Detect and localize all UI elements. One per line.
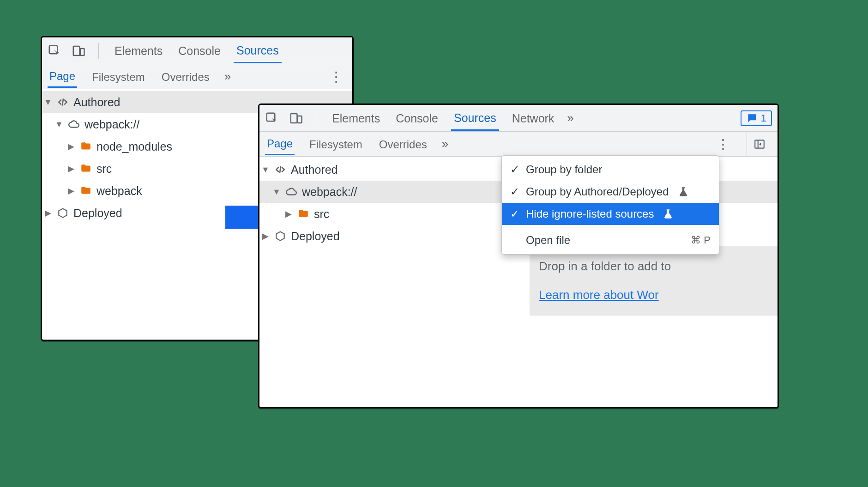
workspace-hint: Drop in a folder to add to Learn more ab… [530,246,779,316]
chevron-down-icon [44,98,52,106]
chevron-right-icon [261,232,270,240]
flask-icon [677,186,689,198]
svg-rect-5 [298,116,302,123]
tab-sources[interactable]: Sources [451,106,499,131]
subtab-overrides[interactable]: Overrides [377,134,429,155]
tree-label: src [314,208,329,220]
folder-icon [80,163,92,175]
subtab-overrides[interactable]: Overrides [160,66,211,87]
cloud-icon [68,118,80,130]
feedback-badge[interactable]: 1 [741,110,772,126]
sources-sub-tabs: Page Filesystem Overrides » ⋮ [42,64,352,89]
folder-icon [80,140,92,152]
tree-label: Deployed [73,207,122,219]
code-brackets-icon [57,96,69,108]
inspect-icon[interactable] [265,111,279,125]
flask-icon [662,208,674,220]
subtab-filesystem[interactable]: Filesystem [90,66,147,87]
subtab-page[interactable]: Page [48,65,77,88]
chevron-right-icon [44,209,52,217]
tree-label: webpack [96,185,142,197]
more-tabs-icon[interactable]: » [224,69,231,84]
menu-separator [502,227,719,227]
feedback-count: 1 [761,112,766,124]
tab-console[interactable]: Console [393,106,441,130]
check-icon: ✓ [510,163,519,176]
code-brackets-icon [274,164,286,176]
svg-rect-4 [291,114,297,123]
devtools-panel-after: Elements Console Sources Network » 1 Pag… [258,103,779,408]
divider [316,110,316,126]
menu-group-by-folder[interactable]: ✓ Group by folder [502,158,719,181]
divider [98,43,99,59]
menu-label: Group by folder [526,163,602,176]
menu-label: Group by Authored/Deployed [526,185,669,198]
sidebar-collapse-icon [753,138,766,150]
chevron-right-icon [67,164,75,173]
more-tabs-icon[interactable]: » [442,137,448,151]
tab-console[interactable]: Console [175,39,223,62]
subtab-page[interactable]: Page [265,133,295,155]
device-toggle-icon[interactable] [72,44,85,58]
inspect-icon[interactable] [48,44,61,58]
menu-label: Hide ignore-listed sources [526,207,654,220]
folder-icon [80,185,92,197]
chevron-right-icon [284,210,293,218]
folder-icon [297,208,309,220]
sources-options-menu: ✓ Group by folder ✓ Group by Authored/De… [501,155,719,255]
check-icon: ✓ [510,185,519,198]
chevron-down-icon [55,120,63,128]
workspace-learn-more-link[interactable]: Learn more about Wor [539,288,659,302]
feedback-icon [746,112,758,124]
menu-hide-ignore-listed[interactable]: ✓ Hide ignore-listed sources [502,203,719,225]
cube-icon [57,207,69,219]
cloud-icon [285,186,297,198]
kebab-menu-icon[interactable]: ⋮ [712,136,734,152]
tab-network[interactable]: Network [509,106,557,130]
subtab-filesystem[interactable]: Filesystem [307,134,364,155]
tree-label: src [96,163,112,175]
menu-group-by-authored-deployed[interactable]: ✓ Group by Authored/Deployed [502,181,719,203]
kebab-menu-icon[interactable]: ⋮ [326,68,347,85]
tree-label: node_modules [96,141,172,152]
workspace-hint-line: Drop in a folder to add to [539,257,779,276]
chevron-right-icon [67,142,75,151]
menu-label: Open file [526,234,570,247]
tab-elements[interactable]: Elements [329,106,383,130]
top-tab-strip: Elements Console Sources Network » 1 [259,105,778,132]
tree-label: Authored [291,164,338,176]
menu-shortcut: ⌘ P [691,234,711,246]
tree-label: Authored [73,97,120,108]
sources-sub-tabs: Page Filesystem Overrides » ⋮ [259,132,778,157]
device-toggle-icon[interactable] [289,111,303,125]
chevron-down-icon [261,165,270,174]
tree-label: webpack:// [84,119,140,130]
tab-elements[interactable]: Elements [112,39,165,62]
check-icon: ✓ [510,207,519,220]
toggle-navigator-pane[interactable] [747,132,772,156]
top-tab-strip: Elements Console Sources [42,37,352,64]
chevron-right-icon [67,187,75,195]
tab-sources[interactable]: Sources [234,38,282,63]
tree-label: Deployed [291,231,340,242]
more-tabs-icon[interactable]: » [567,111,573,125]
menu-open-file[interactable]: Open file ⌘ P [502,229,719,251]
tree-label: webpack:// [302,186,357,198]
svg-rect-1 [73,46,80,55]
cube-icon [274,230,286,242]
svg-rect-2 [80,49,84,55]
chevron-down-icon [272,188,281,196]
